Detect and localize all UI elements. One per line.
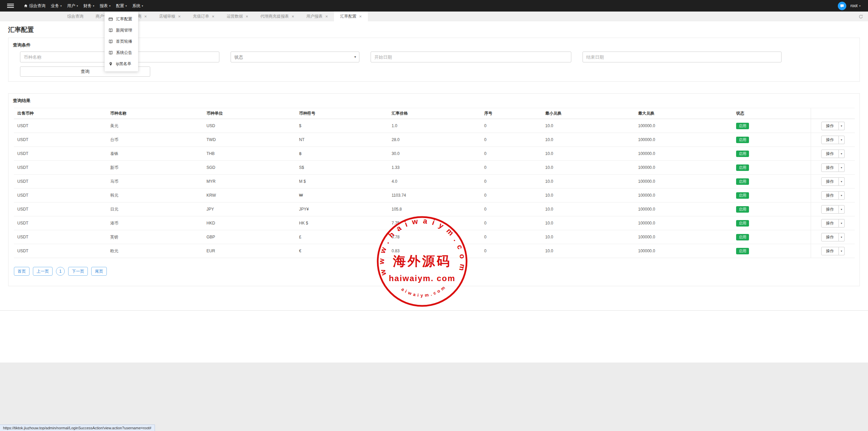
column-header: 出售币种 bbox=[14, 108, 107, 119]
dropdown-menu-item[interactable]: 首页轮播 bbox=[105, 36, 138, 47]
action-dropdown-toggle[interactable]: ▾ bbox=[839, 122, 845, 130]
dropdown-menu-item[interactable]: 系统公告 bbox=[105, 47, 138, 58]
cell-status: 启用 bbox=[733, 216, 811, 230]
action-button[interactable]: 操作 bbox=[821, 205, 839, 214]
action-dropdown-toggle[interactable]: ▾ bbox=[839, 191, 845, 200]
cell-min-exchange: 10.0 bbox=[542, 147, 635, 161]
dropdown-menu-item[interactable]: 汇率配置 bbox=[105, 14, 138, 25]
dd-item-label: 新闻管理 bbox=[116, 27, 132, 33]
tab-close-icon[interactable]: × bbox=[326, 14, 328, 19]
action-dropdown-toggle[interactable]: ▾ bbox=[839, 150, 845, 158]
cell-currency-symbol: $ bbox=[296, 119, 388, 133]
action-button[interactable]: 操作 bbox=[821, 122, 839, 130]
tab-close-icon[interactable]: × bbox=[359, 14, 362, 19]
action-button[interactable]: 操作 bbox=[821, 177, 839, 186]
tab-close-icon[interactable]: × bbox=[178, 14, 181, 19]
action-button[interactable]: 操作 bbox=[821, 219, 839, 228]
action-dropdown-toggle[interactable]: ▾ bbox=[839, 247, 845, 255]
nav-item-label: 报表 bbox=[100, 3, 108, 9]
cell-status: 启用 bbox=[733, 147, 811, 161]
cell-sell-currency: USDT bbox=[14, 161, 107, 175]
tab-close-icon[interactable]: × bbox=[245, 14, 248, 19]
tab-label: 汇率配置 bbox=[340, 14, 356, 19]
cell-actions: 操作 ▾ bbox=[811, 230, 855, 244]
action-button[interactable]: 操作 bbox=[821, 136, 839, 144]
pagination-button[interactable]: 尾页 bbox=[91, 267, 107, 276]
action-button[interactable]: 操作 bbox=[821, 247, 839, 255]
browser-status-bar: https://tiktok.jiuzhouw.top/admin/normal… bbox=[0, 425, 155, 431]
refresh-tabs-button[interactable] bbox=[859, 12, 863, 21]
dropdown-menu-item[interactable]: ip黑名单 bbox=[105, 58, 138, 70]
tab[interactable]: 代理商充提报表 × bbox=[254, 12, 300, 21]
nav-menu-item[interactable]: 业务 ▾ bbox=[48, 0, 64, 12]
cell-order: 0 bbox=[481, 175, 542, 189]
action-dropdown-toggle[interactable]: ▾ bbox=[839, 205, 845, 214]
results-section-title: 查询结果 bbox=[8, 94, 860, 104]
tab-label: 综合查询 bbox=[67, 14, 83, 19]
action-dropdown-toggle[interactable]: ▾ bbox=[839, 219, 845, 228]
action-dropdown-toggle[interactable]: ▾ bbox=[839, 136, 845, 144]
status-badge: 启用 bbox=[736, 234, 749, 240]
cell-currency-symbol: S$ bbox=[296, 161, 388, 175]
column-header: 序号 bbox=[481, 108, 542, 119]
cell-currency-unit: MYR bbox=[203, 175, 296, 189]
action-button[interactable]: 操作 bbox=[821, 150, 839, 158]
tab[interactable]: 综合查询 bbox=[61, 12, 90, 21]
action-dropdown-toggle[interactable]: ▾ bbox=[839, 163, 845, 172]
menu-toggle-button[interactable] bbox=[0, 0, 21, 12]
cell-currency-name: 美元 bbox=[107, 119, 203, 133]
content-divider bbox=[0, 310, 868, 311]
nav-menu-item[interactable]: 用户 ▾ bbox=[64, 0, 81, 12]
cell-actions: 操作 ▾ bbox=[811, 119, 855, 133]
cell-max-exchange: 100000.0 bbox=[635, 230, 733, 244]
caret-down-icon: ▾ bbox=[142, 4, 143, 7]
pagination-button[interactable]: 1 bbox=[56, 267, 65, 276]
pagination-button[interactable]: 上一页 bbox=[33, 267, 53, 276]
tab[interactable]: 运营数据 × bbox=[220, 12, 254, 21]
action-button[interactable]: 操作 bbox=[821, 233, 839, 241]
tab[interactable]: 汇率配置 × bbox=[334, 12, 368, 21]
nav-menu-item[interactable]: 报表 ▾ bbox=[97, 0, 113, 12]
cell-currency-unit: TWD bbox=[203, 133, 296, 147]
status-badge: 启用 bbox=[736, 151, 749, 157]
nav-menu-item[interactable]: 综合查询 bbox=[21, 0, 48, 12]
cell-currency-name: 韩元 bbox=[107, 189, 203, 202]
action-dropdown-toggle[interactable]: ▾ bbox=[839, 177, 845, 186]
tab[interactable]: 充值订单 × bbox=[187, 12, 221, 21]
status-badge: 启用 bbox=[736, 164, 749, 171]
cell-rate: 28.0 bbox=[388, 133, 481, 147]
cell-currency-unit: EUR bbox=[203, 244, 296, 258]
tab-close-icon[interactable]: × bbox=[292, 14, 294, 19]
nav-menu-item[interactable]: 配置 ▾ bbox=[113, 0, 130, 12]
start-date-input[interactable] bbox=[371, 52, 571, 62]
status-badge: 启用 bbox=[736, 220, 749, 227]
cell-order: 0 bbox=[481, 230, 542, 244]
pagination-button[interactable]: 下一页 bbox=[68, 267, 88, 276]
cell-currency-name: 港币 bbox=[107, 216, 203, 230]
pagination-button[interactable]: 首页 bbox=[14, 267, 29, 276]
action-button[interactable]: 操作 bbox=[821, 163, 839, 172]
tab[interactable]: 用户报表 × bbox=[300, 12, 334, 21]
nav-menu-item[interactable]: 财务 ▾ bbox=[81, 0, 97, 12]
table-row: USDT 韩元 KRW ₩ 1103.74 0 10.0 100000.0 启用… bbox=[14, 189, 855, 202]
tab[interactable]: 店铺审核 × bbox=[153, 12, 187, 21]
cell-currency-symbol: M $ bbox=[296, 175, 388, 189]
message-button[interactable] bbox=[838, 2, 846, 10]
cell-currency-symbol: ₩ bbox=[296, 189, 388, 202]
dd-item-label: 汇率配置 bbox=[116, 16, 132, 22]
tab-close-icon[interactable]: × bbox=[212, 14, 215, 19]
action-button[interactable]: 操作 bbox=[821, 191, 839, 200]
cell-min-exchange: 10.0 bbox=[542, 216, 635, 230]
watermark-subtitle-text: haiwaiym. com bbox=[389, 274, 456, 283]
status-select[interactable]: 状态 bbox=[231, 52, 359, 62]
dropdown-menu-item[interactable]: 新闻管理 bbox=[105, 25, 138, 36]
cell-currency-unit: THB bbox=[203, 147, 296, 161]
cell-actions: 操作 ▾ bbox=[811, 175, 855, 189]
cell-sell-currency: USDT bbox=[14, 189, 107, 202]
user-menu[interactable]: root ▾ bbox=[850, 3, 861, 8]
action-dropdown-toggle[interactable]: ▾ bbox=[839, 233, 845, 241]
nav-menu-item[interactable]: 系统 ▾ bbox=[130, 0, 146, 12]
end-date-input[interactable] bbox=[583, 52, 782, 62]
tab-close-icon[interactable]: × bbox=[144, 14, 147, 19]
top-navbar: 综合查询 业务 ▾ 用户 ▾ 财务 ▾ 报表 ▾ 配置 ▾ 系统 ▾ root … bbox=[0, 0, 868, 12]
